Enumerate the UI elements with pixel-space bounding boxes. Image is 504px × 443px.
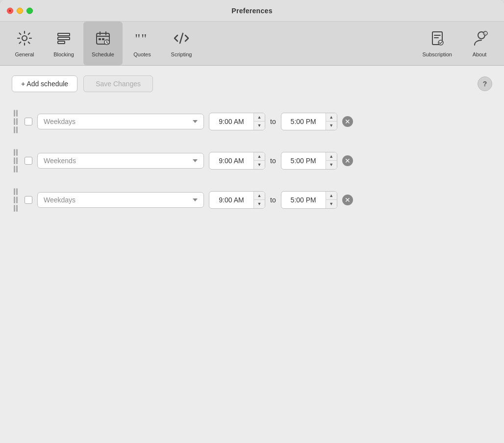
day-select[interactable]: Weekdays Weekends Every Day bbox=[37, 153, 204, 169]
svg-text:": " bbox=[135, 31, 140, 46]
minimize-button[interactable] bbox=[17, 7, 23, 14]
blocking-icon bbox=[55, 29, 73, 49]
row-checkbox[interactable] bbox=[25, 118, 32, 125]
end-time-stepper: ▲ ▼ bbox=[326, 192, 337, 208]
nav-item-schedule[interactable]: Schedule bbox=[83, 22, 123, 65]
table-row: Weekdays Weekends Every Day 9:00 AM ▲ ▼ … bbox=[12, 104, 492, 139]
toolbar: General Blocking bbox=[0, 22, 504, 66]
nav-label-about: About bbox=[473, 51, 487, 57]
help-button[interactable]: ? bbox=[478, 76, 492, 91]
start-time-up[interactable]: ▲ bbox=[254, 113, 265, 122]
start-time-stepper: ▲ ▼ bbox=[253, 152, 265, 169]
svg-rect-2 bbox=[58, 33, 70, 36]
start-time-up[interactable]: ▲ bbox=[254, 192, 265, 200]
table-row: Weekdays Weekends Every Day 9:00 AM ▲ ▼ … bbox=[12, 182, 492, 218]
end-time-stepper: ▲ ▼ bbox=[326, 113, 337, 130]
svg-rect-3 bbox=[58, 37, 70, 40]
nav-item-subscription[interactable]: Subscription bbox=[414, 22, 460, 65]
start-time-field: 9:00 AM ▲ ▼ bbox=[209, 191, 265, 209]
subscription-icon bbox=[428, 29, 446, 49]
nav-item-scripting[interactable]: Scripting bbox=[162, 22, 201, 65]
start-time-value: 9:00 AM bbox=[209, 193, 253, 207]
remove-row-button[interactable]: ✕ bbox=[342, 155, 353, 166]
preferences-window: Preferences General bbox=[0, 0, 504, 443]
title-bar: Preferences bbox=[0, 0, 504, 22]
nav-label-schedule: Schedule bbox=[92, 51, 114, 57]
nav-item-general[interactable]: General bbox=[5, 22, 44, 65]
content-area: + Add schedule Save Changes ? bbox=[0, 66, 504, 443]
quotes-icon: " " bbox=[133, 29, 151, 49]
close-button[interactable] bbox=[7, 7, 13, 14]
row-checkbox[interactable] bbox=[25, 157, 32, 165]
add-schedule-button[interactable]: + Add schedule bbox=[12, 75, 77, 92]
time-range-group: 9:00 AM ▲ ▼ to 5:00 PM ▲ ▼ bbox=[209, 113, 337, 130]
window-title: Preferences bbox=[231, 7, 272, 15]
to-label: to bbox=[268, 157, 278, 165]
drag-handle[interactable] bbox=[12, 108, 20, 135]
maximize-button[interactable] bbox=[26, 7, 33, 14]
start-time-field: 9:00 AM ▲ ▼ bbox=[209, 152, 265, 170]
nav-label-quotes: Quotes bbox=[133, 51, 151, 57]
schedule-icon bbox=[94, 29, 112, 49]
end-time-stepper: ▲ ▼ bbox=[326, 152, 337, 169]
start-time-value: 9:00 AM bbox=[209, 153, 253, 168]
about-icon: i bbox=[471, 29, 488, 49]
start-time-down[interactable]: ▼ bbox=[254, 161, 265, 169]
end-time-down[interactable]: ▼ bbox=[326, 161, 337, 169]
toolbar-right: Subscription i About bbox=[414, 22, 499, 65]
end-time-down[interactable]: ▼ bbox=[326, 200, 337, 208]
svg-rect-6 bbox=[99, 38, 101, 40]
save-changes-button[interactable]: Save Changes bbox=[83, 75, 153, 92]
svg-point-0 bbox=[22, 36, 27, 41]
end-time-up[interactable]: ▲ bbox=[326, 113, 337, 122]
scripting-icon bbox=[173, 29, 190, 49]
time-range-group: 9:00 AM ▲ ▼ to 5:00 PM ▲ ▼ bbox=[209, 152, 337, 170]
to-label: to bbox=[268, 196, 278, 204]
table-row: Weekdays Weekends Every Day 9:00 AM ▲ ▼ … bbox=[12, 143, 492, 178]
nav-label-subscription: Subscription bbox=[422, 51, 452, 57]
drag-handle[interactable] bbox=[12, 186, 20, 214]
gear-icon bbox=[16, 29, 33, 49]
start-time-field: 9:00 AM ▲ ▼ bbox=[209, 113, 265, 130]
drag-handle[interactable] bbox=[12, 147, 20, 174]
start-time-down[interactable]: ▼ bbox=[254, 122, 265, 130]
end-time-value: 5:00 PM bbox=[281, 114, 326, 129]
end-time-field: 5:00 PM ▲ ▼ bbox=[281, 191, 337, 209]
day-select[interactable]: Weekdays Weekends Every Day bbox=[37, 114, 204, 129]
window-controls bbox=[7, 7, 33, 14]
start-time-stepper: ▲ ▼ bbox=[253, 192, 265, 208]
end-time-down[interactable]: ▼ bbox=[326, 122, 337, 130]
nav-label-blocking: Blocking bbox=[53, 51, 74, 57]
start-time-up[interactable]: ▲ bbox=[254, 152, 265, 161]
svg-rect-4 bbox=[58, 41, 65, 44]
nav-label-general: General bbox=[15, 51, 34, 57]
nav-item-quotes[interactable]: " " Quotes bbox=[123, 22, 162, 65]
toolbar-left: General Blocking bbox=[5, 22, 414, 65]
time-range-group: 9:00 AM ▲ ▼ to 5:00 PM ▲ ▼ bbox=[209, 191, 337, 209]
end-time-up[interactable]: ▲ bbox=[326, 152, 337, 161]
day-select[interactable]: Weekdays Weekends Every Day bbox=[37, 192, 204, 208]
remove-row-button[interactable]: ✕ bbox=[342, 116, 353, 127]
svg-rect-7 bbox=[102, 38, 104, 40]
end-time-field: 5:00 PM ▲ ▼ bbox=[281, 113, 337, 130]
start-time-value: 9:00 AM bbox=[209, 114, 253, 129]
schedule-list: Weekdays Weekends Every Day 9:00 AM ▲ ▼ … bbox=[12, 104, 492, 218]
start-time-down[interactable]: ▼ bbox=[254, 200, 265, 208]
row-checkbox[interactable] bbox=[25, 196, 32, 204]
end-time-value: 5:00 PM bbox=[281, 153, 326, 168]
svg-text:": " bbox=[141, 31, 147, 46]
nav-label-scripting: Scripting bbox=[171, 51, 192, 57]
nav-item-blocking[interactable]: Blocking bbox=[44, 22, 83, 65]
start-time-stepper: ▲ ▼ bbox=[253, 113, 265, 130]
nav-item-about[interactable]: i About bbox=[460, 22, 499, 65]
to-label: to bbox=[268, 118, 278, 125]
remove-row-button[interactable]: ✕ bbox=[342, 195, 353, 205]
end-time-value: 5:00 PM bbox=[281, 193, 326, 207]
end-time-field: 5:00 PM ▲ ▼ bbox=[281, 152, 337, 170]
end-time-up[interactable]: ▲ bbox=[326, 192, 337, 200]
svg-text:i: i bbox=[484, 32, 485, 35]
action-bar: + Add schedule Save Changes ? bbox=[12, 75, 492, 92]
